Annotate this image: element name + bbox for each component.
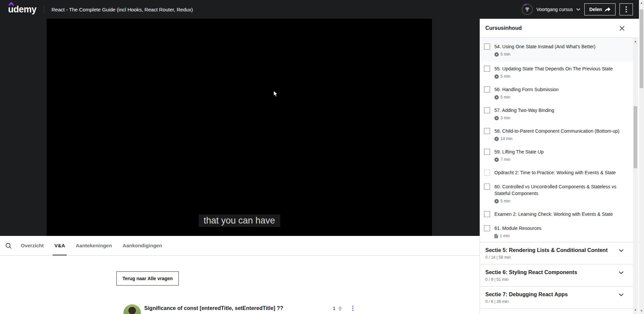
header-divider: [44, 5, 44, 14]
section-chevron-down-icon: [619, 271, 624, 274]
section-header[interactable]: Sectie 7: Debugging React Apps 0 / 6 | 2…: [480, 287, 633, 309]
page-scrollbar-thumb[interactable]: [640, 9, 643, 88]
video-screen[interactable]: that you can have: [47, 19, 432, 236]
lecture-checkbox[interactable]: [484, 149, 490, 155]
lecture-checkbox[interactable]: [484, 225, 490, 231]
section-list: Sectie 5: Rendering Lists & Conditional …: [480, 242, 639, 309]
lecture-title: 55. Updating State That Depends On The P…: [494, 65, 626, 72]
lecture-duration: 7 min: [494, 157, 626, 162]
section-header[interactable]: Sectie 5: Rendering Lists & Conditional …: [480, 242, 633, 264]
play-circle-icon: [494, 158, 499, 162]
search-button[interactable]: [5, 236, 12, 255]
lecture-duration: 1 min: [494, 234, 626, 238]
lecture-title: Opdracht 2: Time to Practice: Working wi…: [494, 169, 626, 176]
lecture-title: 61. Module Resources: [494, 225, 626, 232]
video-player-region: that you can have: [0, 19, 480, 236]
lecture-checkbox[interactable]: [484, 184, 490, 190]
course-content-sidebar: Cursusinhoud 54. Using One State Instead…: [480, 19, 639, 314]
lecture-checkbox[interactable]: [484, 66, 490, 72]
lecture-title: Examen 2: Learning Check: Working with E…: [494, 211, 626, 217]
lecture-duration-text: 14 min: [500, 136, 513, 141]
page-scrollbar[interactable]: ▲ ▼: [639, 0, 644, 314]
tab-label: Overzicht: [21, 243, 44, 248]
kebab-icon: [626, 6, 627, 12]
course-title: React - The Complete Guide (incl Hooks, …: [52, 7, 193, 12]
upvote-count: 1: [333, 305, 335, 311]
lecture-checkbox[interactable]: [484, 128, 490, 134]
lecture-row[interactable]: Examen 2: Learning Check: Working with E…: [480, 207, 633, 221]
lecture-checkbox[interactable]: [484, 86, 490, 92]
lecture-duration-text: 1 min: [500, 234, 509, 238]
lecture-row[interactable]: 56. Handling Form Submission 5 min: [480, 82, 633, 103]
upvote-icon[interactable]: [337, 306, 343, 311]
section-header[interactable]: Sectie 6: Styling React Components 0 / 9…: [480, 264, 633, 287]
progress-label: Voortgang cursus: [536, 7, 573, 12]
section-chevron-down-icon: [619, 293, 624, 296]
lecture-row[interactable]: 55. Updating State That Depends On The P…: [480, 62, 633, 82]
lecture-row[interactable]: 60. Controlled vs Uncontrolled Component…: [480, 180, 633, 207]
tab[interactable]: Aankondigingen: [121, 236, 164, 255]
lecture-duration-text: 5 min: [500, 95, 510, 100]
lecture-row[interactable]: 59. Lifting The State Up 7 min: [480, 145, 633, 166]
share-button[interactable]: Delen: [584, 3, 615, 15]
lecture-title: 57. Adding Two-Way Binding: [494, 107, 626, 114]
question-author-avatar: [123, 304, 141, 314]
lecture-row[interactable]: 57. Adding Two-Way Binding 3 min: [480, 103, 633, 124]
play-circle-icon: [494, 116, 499, 120]
lecture-list: 54. Using One State Instead (And What's …: [480, 38, 633, 242]
lecture-duration-text: 5 min: [500, 74, 510, 79]
section-title: Sectie 5: Rendering Lists & Conditional …: [485, 247, 620, 254]
lecture-row[interactable]: 54. Using One State Instead (And What's …: [480, 38, 633, 62]
course-progress-dropdown[interactable]: Voortgang cursus: [522, 4, 580, 15]
question-kebab-icon: [352, 306, 354, 311]
play-circle-icon: [494, 199, 499, 203]
tab-label: Aantekeningen: [76, 243, 112, 248]
lecture-duration: 3 min: [494, 116, 626, 120]
lecture-row[interactable]: 58. Child-to-Parent Component Communicat…: [480, 124, 633, 145]
page-scroll-down-arrow[interactable]: ▼: [639, 309, 644, 313]
section-title: Sectie 6: Styling React Components: [485, 269, 620, 276]
close-icon: [619, 25, 625, 31]
trophy-icon: [525, 7, 530, 12]
lecture-checkbox[interactable]: [484, 107, 490, 113]
qa-pane: Terug naar Alle vragen Significance of c…: [0, 256, 480, 314]
sidebar-scroll-up-arrow[interactable]: ▲: [633, 39, 638, 44]
back-to-all-questions-button[interactable]: Terug naar Alle vragen: [116, 271, 179, 286]
sidebar-scroll-down-arrow[interactable]: ▼: [633, 308, 638, 313]
tab-label: Aankondigingen: [123, 243, 162, 248]
play-circle-icon: [494, 52, 499, 57]
tab[interactable]: V&A: [53, 236, 67, 255]
lecture-checkbox[interactable]: [484, 211, 490, 217]
udemy-logo[interactable]: udemy: [8, 5, 37, 14]
lecture-checkbox[interactable]: [484, 44, 490, 50]
lecture-duration-text: 7 min: [500, 157, 510, 162]
lecture-row[interactable]: Opdracht 2: Time to Practice: Working wi…: [480, 166, 633, 180]
sidebar-header: Cursusinhoud: [480, 19, 639, 38]
lecture-tab-bar: Overzicht V&A Aantekeningen Aankondiging…: [0, 236, 480, 256]
question-kebab-menu-button[interactable]: [349, 304, 357, 312]
section-meta: 0 / 6 | 26 min: [485, 299, 620, 304]
tab[interactable]: Aantekeningen: [74, 236, 114, 255]
document-icon: [494, 234, 498, 238]
lecture-title: 60. Controlled vs Uncontrolled Component…: [494, 183, 626, 197]
section-chevron-down-icon: [619, 249, 624, 252]
tab[interactable]: Overzicht: [19, 236, 45, 255]
page-scroll-up-arrow[interactable]: ▲: [639, 1, 644, 5]
question-title[interactable]: Significance of const [enteredTitle, set…: [144, 305, 283, 314]
logo-text: udemy: [8, 4, 37, 14]
header-kebab-menu-button[interactable]: [620, 3, 633, 15]
app-header: udemy React - The Complete Guide (incl H…: [0, 0, 639, 19]
sidebar-scrollbar-thumb[interactable]: [634, 106, 637, 168]
lecture-title: 58. Child-to-Parent Component Communicat…: [494, 128, 626, 134]
chevron-down-icon: [576, 8, 580, 11]
section-meta: 0 / 9 | 51 min: [485, 277, 620, 282]
lecture-checkbox[interactable]: [484, 170, 490, 176]
section-title: Sectie 7: Debugging React Apps: [485, 291, 620, 298]
lecture-row[interactable]: 61. Module Resources 1 min: [480, 221, 633, 242]
lecture-duration: 5 min: [494, 74, 626, 79]
mouse-cursor: [273, 90, 278, 97]
search-icon: [5, 243, 12, 249]
sidebar-scrollbar[interactable]: ▲ ▼: [633, 38, 638, 314]
sidebar-close-button[interactable]: [619, 25, 625, 31]
share-button-label: Delen: [589, 7, 602, 12]
